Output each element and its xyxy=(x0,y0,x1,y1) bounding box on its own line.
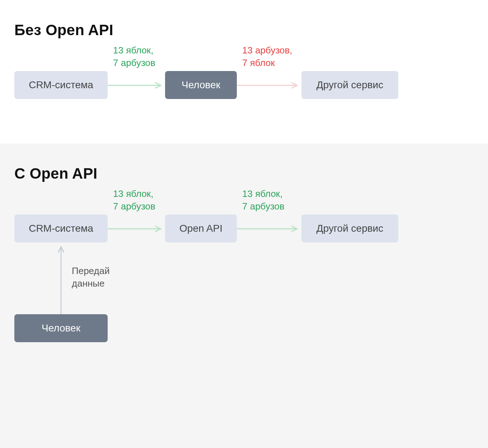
flow-label-right-2-line1: 13 яблок, xyxy=(242,188,285,200)
node-human-2-label: Человек xyxy=(42,322,80,334)
node-openapi-label: Open API xyxy=(179,223,222,234)
flow-label-transfer-line2: данные xyxy=(72,277,110,290)
node-crm: CRM-система xyxy=(14,71,108,99)
flow-label-left-2-line2: 7 арбузов xyxy=(113,200,155,213)
node-crm-label: CRM-система xyxy=(29,79,93,91)
node-other-service-2-label: Другой сервис xyxy=(316,223,383,234)
flow-label-transfer-line1: Передай xyxy=(72,265,110,277)
section-with-open-api: C Open API CRM-система Open API Другой с… xyxy=(0,143,488,448)
node-crm-2: CRM-система xyxy=(14,214,108,242)
flow-label-bad-line2: 7 яблок xyxy=(242,57,292,69)
flow-label-good-line1: 13 яблок, xyxy=(113,44,155,57)
node-other-service: Другой сервис xyxy=(301,71,398,99)
flow-row-with: CRM-система Open API Другой сервис 13 яб… xyxy=(14,214,474,242)
arrow-human-to-crm xyxy=(56,242,66,314)
arrow-human-to-other xyxy=(237,82,301,89)
flow-label-bad: 13 арбузов, 7 яблок xyxy=(242,44,292,69)
arrow-crm-to-human xyxy=(108,82,165,89)
node-human-2: Человек xyxy=(14,314,108,342)
flow-label-right-2: 13 яблок, 7 арбузов xyxy=(242,188,285,213)
arrow-openapi-to-other xyxy=(237,225,301,232)
node-human-label: Человек xyxy=(182,79,220,91)
flow-row-without: CRM-система Человек Другой сервис 13 ябл… xyxy=(14,71,474,99)
node-crm-2-label: CRM-система xyxy=(29,223,93,234)
node-other-service-2: Другой сервис xyxy=(301,214,398,242)
node-openapi: Open API xyxy=(165,214,237,242)
section-without-open-api: Без Open API CRM-система Человек Другой … xyxy=(0,0,488,143)
flow-label-left-2: 13 яблок, 7 арбузов xyxy=(113,188,155,213)
flow-label-good: 13 яблок, 7 арбузов xyxy=(113,44,155,69)
flow-label-transfer: Передай данные xyxy=(72,265,110,290)
node-other-service-label: Другой сервис xyxy=(316,79,383,91)
section-title-with: C Open API xyxy=(14,165,474,182)
flow-label-good-line2: 7 арбузов xyxy=(113,57,155,69)
arrow-crm-to-openapi xyxy=(108,225,165,232)
flow-label-right-2-line2: 7 арбузов xyxy=(242,200,285,213)
section-title-without: Без Open API xyxy=(14,22,474,39)
node-human: Человек xyxy=(165,71,237,99)
flow-label-bad-line1: 13 арбузов, xyxy=(242,44,292,57)
flow-label-left-2-line1: 13 яблок, xyxy=(113,188,155,200)
